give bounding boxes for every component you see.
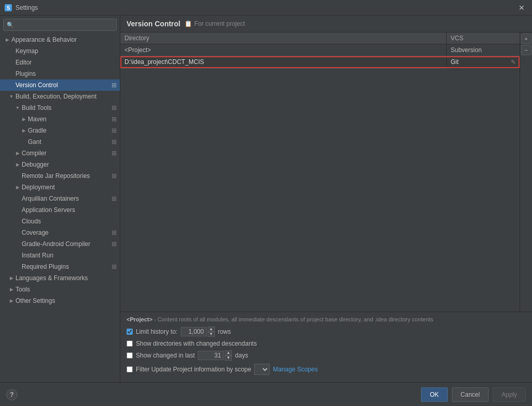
info-text: <Project> - Content roots of all modules… (127, 316, 526, 322)
sidebar-item-arquillian[interactable]: Arquillian Containers ⊞ (0, 193, 120, 204)
footer-right: OK Cancel Apply (421, 387, 526, 402)
search-box[interactable]: 🔍 (3, 19, 117, 31)
sidebar-item-build-execution[interactable]: Build, Execution, Deployment (0, 91, 120, 102)
close-button[interactable]: ✕ (515, 3, 528, 13)
limit-history-checkbox-wrapper: Limit history to: (127, 328, 178, 335)
sidebar-item-languages[interactable]: Languages & Frameworks (0, 272, 120, 284)
sidebar-item-build-tools[interactable]: Build Tools ⊞ (0, 102, 120, 113)
sidebar-item-other-settings[interactable]: Other Settings (0, 295, 120, 306)
sidebar-item-debugger[interactable]: Debugger (0, 159, 120, 170)
cell-directory: D:\idea_project\CDCT_MCIS (120, 56, 446, 69)
sidebar-item-label: Remote Jar Repositories (22, 172, 90, 180)
ok-button[interactable]: OK (421, 387, 447, 402)
cancel-button[interactable]: Cancel (452, 387, 489, 402)
sidebar-item-plugins[interactable]: Plugins (0, 68, 120, 79)
arrow-icon (8, 93, 14, 100)
panel-header: Version Control 📋 For current project (120, 15, 532, 33)
sidebar-item-label: Deployment (22, 184, 55, 191)
copy-icon: ⊞ (111, 150, 118, 157)
arrow-icon (14, 184, 21, 190)
arrow-icon (21, 116, 27, 122)
app-icon: S (4, 4, 12, 12)
scope-select[interactable] (254, 364, 270, 375)
window-title: Settings (15, 4, 515, 11)
filter-update-checkbox[interactable] (127, 366, 133, 372)
sidebar-item-label: Other Settings (15, 297, 55, 304)
sidebar-item-compiler[interactable]: Compiler ⊞ (0, 148, 120, 159)
spinner-down-button-2[interactable]: ▼ (225, 355, 232, 361)
edit-icon[interactable]: ✎ (511, 59, 515, 66)
sidebar-item-maven[interactable]: Maven ⊞ (0, 113, 120, 125)
arrow-icon (14, 173, 21, 179)
spinner-up-button[interactable]: ▲ (208, 327, 215, 332)
sidebar-item-editor[interactable]: Editor (0, 57, 120, 68)
sidebar-item-version-control[interactable]: Version Control ⊞ (0, 79, 120, 91)
arrow-icon (21, 139, 27, 145)
sidebar-item-label: Build, Execution, Deployment (15, 93, 97, 100)
table-row[interactable]: <Project> Subversion (120, 44, 520, 56)
sidebar-item-label: Gradle-Android Compiler (22, 240, 90, 248)
limit-history-input[interactable] (181, 327, 207, 336)
subtitle-text: For current project (194, 20, 245, 27)
limit-history-label: Limit history to: (136, 328, 178, 335)
show-changed-row: Show changed in last ▲ ▼ days (127, 350, 526, 361)
sidebar-item-label: Coverage (22, 229, 49, 236)
sidebar-item-label: Required Plugins (22, 263, 69, 270)
spinner-down-button[interactable]: ▼ (208, 332, 215, 337)
arrow-icon (8, 298, 14, 304)
sidebar-item-clouds[interactable]: Clouds (0, 216, 120, 227)
sidebar-item-gant[interactable]: Gant ⊞ (0, 136, 120, 148)
content-area: 🔍 Appearance & Behavior Keymap Editor (0, 15, 532, 382)
sidebar-item-remote-jar[interactable]: Remote Jar Repositories ⊞ (0, 170, 120, 182)
arrow-icon (8, 48, 14, 54)
sidebar-item-keymap[interactable]: Keymap (0, 45, 120, 57)
search-input[interactable] (16, 21, 113, 28)
rows-label: rows (218, 328, 231, 335)
arrow-icon (14, 196, 21, 202)
arrow-icon (8, 71, 14, 77)
show-directories-label: Show directories with changed descendant… (136, 340, 257, 347)
table-container: Directory VCS <Project> Subversion D:\id… (120, 33, 520, 312)
settings-bottom: <Project> - Content roots of all modules… (120, 312, 532, 382)
filter-update-row: Filter Update Project information by sco… (127, 364, 526, 375)
arrow-icon (14, 264, 21, 270)
spinner-up-button-2[interactable]: ▲ (225, 350, 232, 355)
show-changed-checkbox[interactable] (127, 352, 133, 359)
sidebar-item-deployment[interactable]: Deployment (0, 182, 120, 193)
arrow-icon (14, 252, 21, 258)
sidebar-item-gradle-android[interactable]: Gradle-Android Compiler ⊞ (0, 238, 120, 250)
sidebar-item-tools[interactable]: Tools (0, 284, 120, 295)
sidebar-item-label: Appearance & Behavior (11, 36, 77, 43)
sidebar-item-appearance[interactable]: Appearance & Behavior (0, 34, 120, 45)
copy-icon: ⊞ (111, 127, 118, 134)
sidebar-item-coverage[interactable]: Coverage ⊞ (0, 227, 120, 238)
apply-button[interactable]: Apply (493, 387, 526, 402)
sidebar-tree: Appearance & Behavior Keymap Editor Plug… (0, 33, 120, 382)
sidebar-item-gradle[interactable]: Gradle ⊞ (0, 125, 120, 136)
sidebar-item-label: Keymap (15, 47, 38, 55)
help-button[interactable]: ? (6, 389, 18, 400)
sidebar-item-instant-run[interactable]: Instant Run (0, 250, 120, 261)
sidebar-item-label: Tools (15, 286, 30, 293)
sidebar-item-label: Application Servers (22, 206, 75, 214)
sidebar-item-app-servers[interactable]: Application Servers (0, 204, 120, 216)
arrow-icon (14, 230, 21, 236)
search-icon: 🔍 (7, 22, 14, 28)
copy-icon: ⊞ (111, 82, 118, 89)
copy-icon: ⊞ (111, 263, 118, 270)
remove-row-button[interactable]: − (521, 45, 531, 55)
arrow-icon (14, 150, 21, 156)
spinner-buttons: ▲ ▼ (208, 327, 215, 337)
sidebar-item-required-plugins[interactable]: Required Plugins ⊞ (0, 261, 120, 272)
table-row[interactable]: D:\idea_project\CDCT_MCIS Git ✎ (120, 56, 520, 69)
show-changed-input[interactable] (198, 351, 224, 360)
manage-scopes-link[interactable]: Manage Scopes (273, 366, 318, 373)
add-row-button[interactable]: + (521, 34, 531, 44)
footer-left: ? (6, 389, 18, 400)
limit-history-checkbox[interactable] (127, 329, 133, 335)
show-directories-checkbox[interactable] (127, 340, 133, 347)
svg-text:S: S (7, 5, 10, 11)
cell-directory: <Project> (120, 44, 446, 56)
arrow-icon (8, 59, 14, 66)
copy-icon: ⊞ (111, 116, 118, 123)
